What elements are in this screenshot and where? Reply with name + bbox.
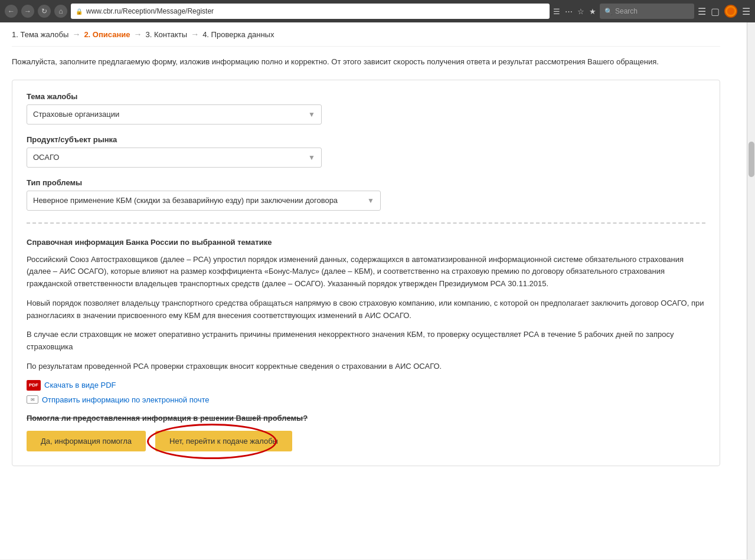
step2-num: 2. bbox=[84, 30, 90, 39]
browser-chrome: ← → ↻ ⌂ 🔒 www.cbr.ru/Reception/Message/R… bbox=[0, 0, 755, 22]
field2-label: Продукт/субъект рынка bbox=[27, 135, 705, 144]
arrow3: → bbox=[191, 30, 199, 39]
bookmark-icon[interactable]: ☆ bbox=[577, 7, 584, 16]
url-text: www.cbr.ru/Reception/Message/Register bbox=[86, 7, 214, 15]
field1-chevron-icon: ▼ bbox=[308, 110, 315, 119]
search-input[interactable] bbox=[615, 7, 686, 15]
field3-group: Тип проблемы Неверное применение КБМ (ск… bbox=[27, 178, 705, 211]
no-button[interactable]: Нет, перейти к подаче жалобы bbox=[155, 431, 292, 451]
library-icon[interactable]: ☰ bbox=[698, 6, 706, 17]
field2-value: ОСАГО bbox=[33, 153, 59, 162]
question-text: Помогла ли предоставленная информация в … bbox=[27, 414, 705, 423]
step3-label: Контакты bbox=[154, 30, 187, 39]
address-bar[interactable]: 🔒 www.cbr.ru/Reception/Message/Register bbox=[71, 4, 550, 19]
sidebar-icon[interactable]: ▢ bbox=[711, 6, 720, 17]
step2-label: Описание bbox=[93, 30, 130, 39]
pdf-link[interactable]: PDF Скачать в виде PDF bbox=[27, 380, 705, 391]
home-button[interactable]: ⌂ bbox=[54, 5, 67, 18]
lock-icon: 🔒 bbox=[76, 8, 83, 15]
star-icon[interactable]: ★ bbox=[589, 7, 596, 16]
info-block: Справочная информация Банка России по вы… bbox=[27, 235, 705, 454]
menu-icon[interactable]: ☰ bbox=[742, 6, 750, 17]
field2-group: Продукт/субъект рынка ОСАГО ▼ bbox=[27, 135, 705, 168]
info-para-3: В случае если страховщик не может операт… bbox=[27, 329, 705, 353]
pdf-link-text[interactable]: Скачать в виде PDF bbox=[44, 381, 116, 389]
reload-button[interactable]: ↻ bbox=[38, 5, 51, 18]
info-para-4: По результатам проведенной РСА проверки … bbox=[27, 361, 705, 373]
no-button-wrapper: Нет, перейти к подаче жалобы bbox=[155, 431, 292, 451]
main-content: 1. Тема жалобы → 2. Описание → 3. Контак… bbox=[0, 22, 732, 490]
step4-num: 4. bbox=[202, 30, 209, 39]
yes-button[interactable]: Да, информация помогла bbox=[27, 431, 146, 451]
search-icon: 🔍 bbox=[604, 8, 613, 15]
more-icon[interactable]: ⋯ bbox=[565, 7, 573, 16]
back-button[interactable]: ← bbox=[5, 5, 18, 18]
page-container: 1. Тема жалобы → 2. Описание → 3. Контак… bbox=[0, 22, 755, 559]
field1-group: Тема жалобы Страховые организации ▼ bbox=[27, 92, 705, 125]
form-card: Тема жалобы Страховые организации ▼ Прод… bbox=[12, 80, 720, 466]
field3-label: Тип проблемы bbox=[27, 178, 705, 187]
field3-select[interactable]: Неверное применение КБМ (скидки за безав… bbox=[27, 191, 381, 211]
info-block-title: Справочная информация Банка России по вы… bbox=[27, 238, 705, 247]
field1-value: Страховые организации bbox=[33, 110, 119, 119]
email-link-text[interactable]: Отправить информацию по электронной почт… bbox=[42, 395, 209, 404]
step1-num: 1. bbox=[12, 30, 18, 39]
bookmark-list-icon[interactable]: ☰ bbox=[553, 7, 560, 16]
field2-chevron-icon: ▼ bbox=[308, 153, 315, 162]
email-link[interactable]: ✉ Отправить информацию по электронной по… bbox=[27, 395, 705, 404]
pdf-icon: PDF bbox=[27, 380, 41, 391]
field1-label: Тема жалобы bbox=[27, 92, 705, 101]
search-bar[interactable]: 🔍 bbox=[600, 4, 694, 19]
field2-select[interactable]: ОСАГО ▼ bbox=[27, 148, 322, 168]
step4-label: Проверка данных bbox=[211, 30, 274, 39]
scrollbar-thumb[interactable] bbox=[749, 142, 754, 177]
email-icon: ✉ bbox=[27, 395, 38, 404]
field1-select[interactable]: Страховые организации ▼ bbox=[27, 104, 322, 125]
intro-text: Пожалуйста, заполните предлагаемую форму… bbox=[12, 56, 720, 68]
buttons-row: Да, информация помогла Нет, перейти к по… bbox=[27, 431, 705, 451]
step3-num: 3. bbox=[146, 30, 152, 39]
info-para-1: Российский Союз Автостраховщиков (далее … bbox=[27, 254, 705, 290]
step1-label: Тема жалобы bbox=[20, 30, 68, 39]
browser-toolbar-icons: ☰ ▢ ☰ bbox=[698, 5, 750, 18]
scrollbar[interactable] bbox=[747, 22, 755, 559]
arrow1: → bbox=[72, 30, 80, 39]
browser-icons: ☰ ⋯ ☆ ★ bbox=[553, 7, 596, 16]
firefox-logo bbox=[724, 5, 737, 18]
field3-value: Неверное применение КБМ (скидки за безав… bbox=[33, 196, 338, 205]
info-para-2: Новый порядок позволяет владельцу трансп… bbox=[27, 297, 705, 322]
field3-chevron-icon: ▼ bbox=[367, 197, 374, 205]
forward-button[interactable]: → bbox=[21, 5, 34, 18]
wave-divider bbox=[27, 222, 705, 224]
steps-bar: 1. Тема жалобы → 2. Описание → 3. Контак… bbox=[12, 22, 720, 47]
arrow2: → bbox=[134, 30, 142, 39]
